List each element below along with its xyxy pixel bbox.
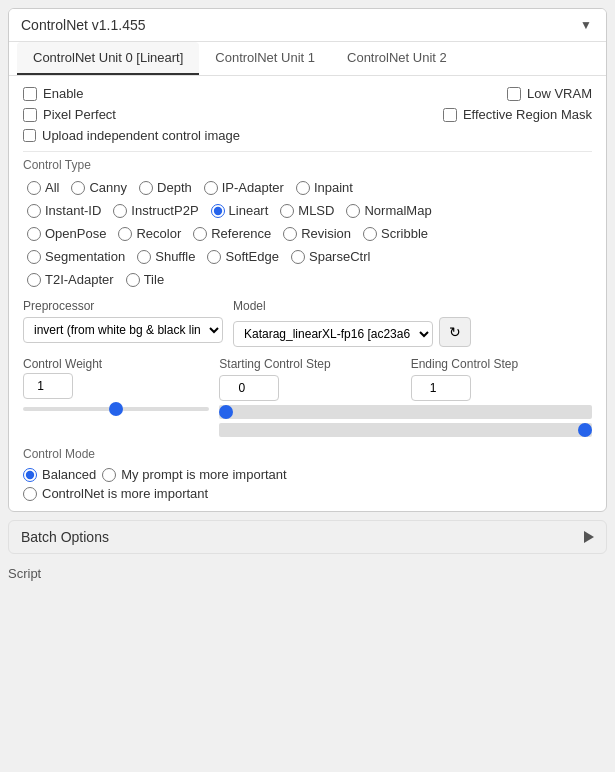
radio-reference[interactable]: Reference	[189, 224, 275, 243]
title-bar: ControlNet v1.1.455 ▼	[9, 9, 606, 42]
upload-independent-checkbox[interactable]: Upload independent control image	[23, 128, 592, 143]
control-weight-group: Control Weight 1	[23, 357, 209, 437]
low-vram-input[interactable]	[507, 87, 521, 101]
ending-step-number[interactable]: 1	[411, 375, 471, 401]
control-mode-label: Control Mode	[23, 447, 592, 461]
tab-unit-1[interactable]: ControlNet Unit 1	[199, 42, 331, 75]
checkbox-row-1: Enable Low VRAM	[23, 86, 592, 101]
radio-sparsectrl[interactable]: SparseCtrl	[287, 247, 374, 266]
mode-controlnet[interactable]: ControlNet is more important	[23, 486, 208, 501]
batch-options-section: Batch Options	[8, 520, 607, 554]
effective-region-checkbox[interactable]: Effective Region Mask	[443, 107, 592, 122]
model-label: Model	[233, 299, 471, 313]
reload-icon: ↻	[449, 324, 461, 340]
preprocessor-label: Preprocessor	[23, 299, 223, 313]
sliders-section: Control Weight 1 Starting Control Step 0…	[23, 357, 592, 437]
control-weight-slider[interactable]	[23, 407, 209, 411]
collapse-button[interactable]: ▼	[578, 17, 594, 33]
radio-lineart[interactable]: Lineart	[207, 201, 273, 220]
content-area: Enable Low VRAM Pixel Perfect Effective …	[9, 76, 606, 511]
control-type-row-2: Instant-ID InstructP2P Lineart MLSD Norm…	[23, 201, 592, 220]
control-mode-section: Control Mode Balanced My prompt is more …	[23, 447, 592, 501]
model-select[interactable]: Katarag_linearXL-fp16 [ac23a68	[233, 321, 433, 347]
control-type-row-5: T2I-Adapter Tile	[23, 270, 592, 289]
radio-all[interactable]: All	[23, 178, 63, 197]
starting-step-label: Starting Control Step	[219, 357, 400, 371]
tab-unit-2[interactable]: ControlNet Unit 2	[331, 42, 463, 75]
enable-input[interactable]	[23, 87, 37, 101]
radio-instructp2p[interactable]: InstructP2P	[109, 201, 202, 220]
control-type-label: Control Type	[23, 158, 592, 172]
radio-tile[interactable]: Tile	[122, 270, 168, 289]
radio-recolor[interactable]: Recolor	[114, 224, 185, 243]
pixel-perfect-checkbox[interactable]: Pixel Perfect	[23, 107, 116, 122]
effective-region-input[interactable]	[443, 108, 457, 122]
panel-title: ControlNet v1.1.455	[21, 17, 146, 33]
radio-inpaint[interactable]: Inpaint	[292, 178, 357, 197]
mode-balanced[interactable]: Balanced	[23, 467, 96, 482]
step-sliders-group: Starting Control Step 0 Ending Control S…	[219, 357, 592, 437]
radio-shuffle[interactable]: Shuffle	[133, 247, 199, 266]
control-type-row-1: All Canny Depth IP-Adapter Inpaint	[23, 178, 592, 197]
radio-openpose[interactable]: OpenPose	[23, 224, 110, 243]
radio-revision[interactable]: Revision	[279, 224, 355, 243]
control-mode-options: Balanced My prompt is more important	[23, 467, 592, 482]
controlnet-panel: ControlNet v1.1.455 ▼ ControlNet Unit 0 …	[8, 8, 607, 512]
radio-depth[interactable]: Depth	[135, 178, 196, 197]
radio-mlsd[interactable]: MLSD	[276, 201, 338, 220]
batch-collapse-icon[interactable]	[584, 531, 594, 543]
upload-independent-input[interactable]	[23, 129, 36, 142]
pixel-perfect-input[interactable]	[23, 108, 37, 122]
starting-step-number[interactable]: 0	[219, 375, 279, 401]
low-vram-checkbox[interactable]: Low VRAM	[507, 86, 592, 101]
radio-scribble[interactable]: Scribble	[359, 224, 432, 243]
starting-step-slider[interactable]	[219, 405, 592, 419]
preprocessor-select[interactable]: invert (from white bg & black lin	[23, 317, 223, 343]
control-weight-label: Control Weight	[23, 357, 102, 371]
radio-ip-adapter[interactable]: IP-Adapter	[200, 178, 288, 197]
tab-unit-0[interactable]: ControlNet Unit 0 [Lineart]	[17, 42, 199, 75]
enable-checkbox[interactable]: Enable	[23, 86, 83, 101]
radio-canny[interactable]: Canny	[67, 178, 131, 197]
ending-step-slider[interactable]	[219, 423, 592, 437]
radio-instant-id[interactable]: Instant-ID	[23, 201, 105, 220]
mode-my-prompt[interactable]: My prompt is more important	[102, 467, 286, 482]
preprocessor-model-row: Preprocessor invert (from white bg & bla…	[23, 299, 592, 347]
script-section: Script	[8, 562, 607, 585]
ending-step-group: Ending Control Step 1	[411, 357, 592, 401]
radio-t2i-adapter[interactable]: T2I-Adapter	[23, 270, 118, 289]
reload-model-button[interactable]: ↻	[439, 317, 471, 347]
model-group: Model Katarag_linearXL-fp16 [ac23a68 ↻	[233, 299, 471, 347]
preprocessor-group: Preprocessor invert (from white bg & bla…	[23, 299, 223, 343]
control-weight-number[interactable]: 1	[23, 373, 73, 399]
control-type-row-3: OpenPose Recolor Reference Revision Scri…	[23, 224, 592, 243]
radio-normalmap[interactable]: NormalMap	[342, 201, 435, 220]
batch-options-header[interactable]: Batch Options	[9, 521, 606, 553]
tabs-container: ControlNet Unit 0 [Lineart] ControlNet U…	[9, 42, 606, 76]
radio-segmentation[interactable]: Segmentation	[23, 247, 129, 266]
batch-options-title: Batch Options	[21, 529, 109, 545]
starting-step-group: Starting Control Step 0	[219, 357, 400, 401]
script-label: Script	[8, 562, 607, 585]
checkbox-row-2: Pixel Perfect Effective Region Mask	[23, 107, 592, 122]
ending-step-label: Ending Control Step	[411, 357, 592, 371]
control-type-row-4: Segmentation Shuffle SoftEdge SparseCtrl	[23, 247, 592, 266]
radio-softedge[interactable]: SoftEdge	[203, 247, 283, 266]
model-row: Katarag_linearXL-fp16 [ac23a68 ↻	[233, 317, 471, 347]
